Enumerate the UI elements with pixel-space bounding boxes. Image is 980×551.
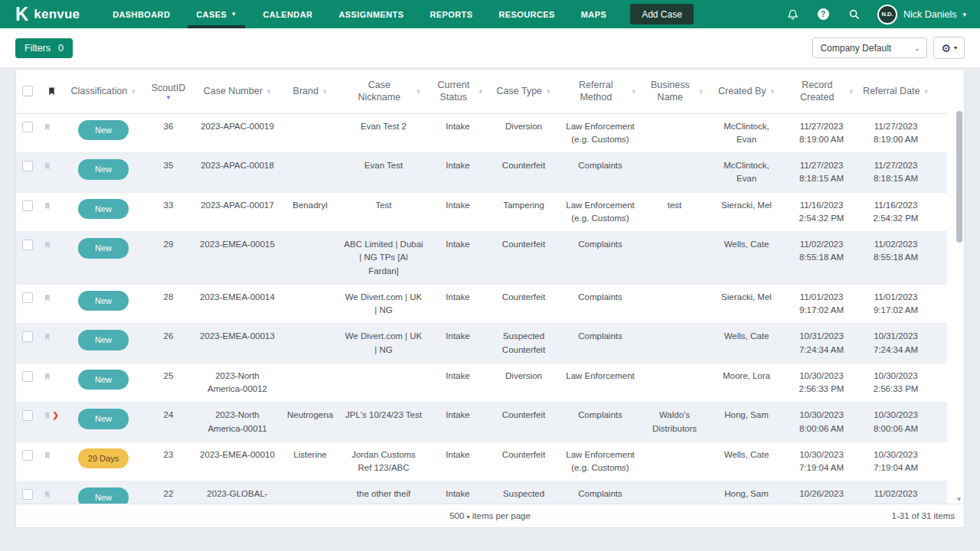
classification-badge[interactable]: New — [78, 199, 129, 220]
col-header-brand[interactable]: Brand▲▼ — [281, 70, 339, 113]
nav-item-assignments[interactable]: ASSIGNMENTS — [325, 0, 416, 28]
table-row[interactable]: ❯ New 36 2023-APAC-00019 Evan Test 2 Int… — [16, 114, 947, 154]
help-icon[interactable]: ? — [816, 8, 830, 21]
bookmark-icon[interactable] — [44, 292, 51, 303]
nav-item-resources[interactable]: RESOURCES — [485, 0, 567, 28]
col-header-business-name[interactable]: Business Name▲▼ — [641, 70, 708, 113]
classification-badge[interactable]: 29 Days — [78, 448, 129, 469]
scrollbar-thumb[interactable] — [956, 111, 962, 243]
scroll-down-arrow-icon[interactable]: ▼ — [956, 496, 962, 503]
escalation-icon: ❯ — [53, 410, 59, 421]
classification-badge[interactable]: New — [78, 238, 129, 259]
classification-badge[interactable]: New — [78, 159, 129, 180]
business-name-cell — [641, 285, 708, 324]
row-checkbox[interactable] — [22, 292, 33, 303]
col-header-classification[interactable]: Classification▲▼ — [64, 70, 143, 113]
nav-item-cases[interactable]: CASES▼ — [183, 0, 250, 28]
col-header-referral-method[interactable]: Referral Method▲▼ — [560, 70, 641, 113]
referral-date-cell: 10/30/2023 8:00:06 AM — [858, 403, 933, 442]
case-number-cell[interactable]: 2023-APAC-00018 — [194, 153, 281, 192]
nav-item-calendar[interactable]: CALENDAR — [250, 0, 325, 28]
table-settings-button[interactable]: ⚙ ▾ — [933, 37, 965, 59]
bookmark-icon[interactable] — [44, 489, 51, 500]
nav-item-reports[interactable]: REPORTS — [416, 0, 485, 28]
case-number-cell[interactable]: 2023-North America-00012 — [194, 364, 281, 403]
table-row[interactable]: ❯ New 28 2023-EMEA-00014 We Divert.com |… — [16, 285, 947, 324]
nav-item-maps[interactable]: MAPS — [568, 0, 619, 28]
kenvue-logo[interactable]: K kenvue — [0, 0, 100, 28]
classification-badge[interactable]: New — [78, 330, 129, 350]
bookmark-icon[interactable] — [44, 122, 51, 132]
row-checkbox[interactable] — [22, 240, 33, 250]
vertical-scrollbar[interactable]: ▼ — [956, 108, 962, 503]
referral-method-cell: Law Enforcement (e.g. Customs) — [560, 193, 641, 232]
classification-cell: New — [64, 364, 143, 403]
table-row[interactable]: ❯ New 29 2023-EMEA-00015 ABC Limited | D… — [16, 232, 947, 285]
business-name-cell — [641, 114, 708, 153]
user-menu[interactable]: N.D. Nick Daniels ▾ — [877, 5, 966, 24]
col-header-case-type[interactable]: Case Type▲▼ — [488, 70, 560, 113]
view-select[interactable]: Company Default ⌄ — [812, 37, 927, 58]
row-checkbox[interactable] — [22, 371, 33, 382]
col-header-case-nickname[interactable]: Case Nickname▲▼ — [339, 70, 428, 113]
classification-badge[interactable]: New — [78, 291, 129, 311]
classification-badge[interactable]: New — [78, 370, 129, 390]
case-number-cell[interactable]: 2023-EMEA-00013 — [194, 324, 281, 363]
table-row[interactable]: ❯ New 25 2023-North America-00012 Intake… — [16, 364, 947, 403]
search-icon[interactable] — [847, 8, 861, 21]
classification-badge[interactable]: New — [78, 409, 129, 429]
table-row[interactable]: ❯ New 33 2023-APAC-00017 Benadryl Test I… — [16, 193, 947, 233]
bookmark-icon[interactable] — [44, 161, 51, 171]
row-checkbox[interactable] — [22, 331, 33, 342]
col-header-created-by[interactable]: Created By▲▼ — [708, 70, 785, 113]
table-footer: 500 ▾ items per page 1-31 of 31 items — [16, 504, 964, 527]
bookmark-icon[interactable] — [44, 240, 51, 250]
brand-cell: Neutrogena — [281, 403, 339, 442]
row-checkbox[interactable] — [22, 201, 33, 211]
bookmark-icon[interactable] — [44, 410, 51, 421]
current-status-cell: Intake — [428, 114, 488, 153]
bookmark-header-cell[interactable] — [39, 70, 64, 113]
case-type-cell: Counterfeit — [488, 285, 560, 324]
bookmark-icon[interactable] — [44, 331, 51, 342]
table-row[interactable]: ❯ New 35 2023-APAC-00018 Evan Test Intak… — [16, 153, 947, 193]
case-number-cell[interactable]: 2023-EMEA-00015 — [194, 232, 281, 284]
classification-cell: New — [64, 285, 143, 324]
case-number-cell[interactable]: 2023-APAC-00017 — [194, 193, 281, 232]
nav-item-dashboard[interactable]: DASHBOARD — [100, 0, 183, 28]
case-number-cell[interactable]: 2023-North America-00011 — [194, 403, 281, 442]
col-header-scoutid[interactable]: ScoutID▼ — [143, 70, 194, 113]
row-checkbox[interactable] — [22, 122, 33, 132]
row-checkbox[interactable] — [22, 161, 33, 171]
select-all-checkbox[interactable] — [22, 86, 33, 96]
col-header-case-number[interactable]: Case Number▲▼ — [194, 70, 281, 113]
case-number-cell[interactable]: 2023-APAC-00019 — [194, 114, 281, 153]
table-row[interactable]: ❯ New 24 2023-North America-00011 Neutro… — [16, 403, 947, 442]
row-checkbox[interactable] — [22, 450, 33, 461]
row-checkbox[interactable] — [22, 489, 33, 500]
bookmark-icon[interactable] — [44, 201, 51, 211]
filters-button[interactable]: Filters 0 — [15, 38, 73, 58]
table-row[interactable]: ❯ New 26 2023-EMEA-00013 We Divert.com |… — [16, 324, 947, 364]
col-header-current-status[interactable]: Current Status▲▼ — [428, 70, 488, 113]
row-checkbox[interactable] — [22, 410, 33, 421]
page-size-select[interactable]: 500 ▾ — [449, 511, 469, 520]
case-nickname-cell: We Divert.com | UK | NG — [339, 285, 428, 324]
record-created-cell: 11/01/2023 9:17:02 AM — [785, 285, 858, 324]
table-row[interactable]: ❯ 29 Days 23 2023-EMEA-00010 Listerine J… — [16, 442, 947, 482]
case-number-cell[interactable]: 2023-EMEA-00010 — [194, 442, 281, 481]
col-header-record-created[interactable]: Record Created▲▼ — [785, 70, 858, 113]
notifications-bell-icon[interactable] — [786, 8, 799, 21]
cases-table: Classification▲▼ ScoutID▼ Case Number▲▼ … — [15, 69, 965, 528]
col-header-referral-date[interactable]: Referral Date▲▼ — [858, 70, 933, 113]
brand-cell — [281, 232, 339, 284]
add-case-button[interactable]: Add Case — [630, 4, 694, 24]
record-created-cell: 11/27/2023 8:19:00 AM — [785, 114, 858, 153]
case-number-cell[interactable]: 2023-EMEA-00014 — [194, 285, 281, 324]
case-type-cell: Diversion — [488, 364, 560, 403]
case-nickname-cell — [339, 364, 428, 403]
classification-badge[interactable]: New — [78, 120, 129, 141]
row-select-cell — [16, 364, 39, 403]
bookmark-icon[interactable] — [44, 450, 51, 461]
bookmark-icon[interactable] — [44, 371, 51, 382]
